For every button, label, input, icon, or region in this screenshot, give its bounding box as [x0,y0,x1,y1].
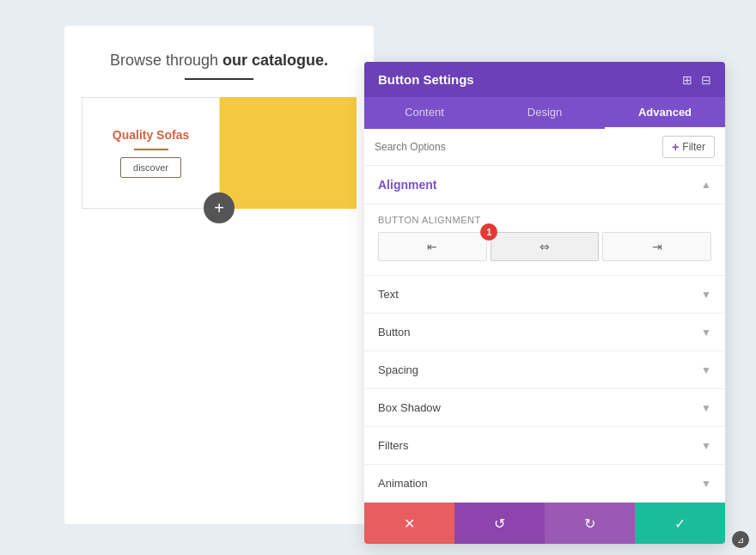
panel-footer: ✕ ↺ ↻ ✓ [364,503,725,544]
panel-tabs: Content Design Advanced [364,97,725,129]
canvas-content: Browse through our catalogue. Quality So… [64,26,374,524]
text-chevron-down-icon: ▼ [701,289,711,301]
align-left-option[interactable]: ⇤ [378,232,487,261]
reset-button[interactable]: ↺ [454,503,545,544]
cancel-button[interactable]: ✕ [364,503,454,544]
alignment-content: Button Alignment ⇤ ⇔ ⇥ 1 [364,204,725,276]
redo-button[interactable]: ↻ [545,503,635,544]
search-input[interactable] [375,141,655,153]
quality-sofas-text: Quality Sofas [113,128,189,142]
expand-icon[interactable]: ⊞ [682,73,692,87]
text-label: Text [378,288,399,301]
yellow-section: Quality Sofas discover + [82,97,357,209]
box-shadow-label: Box Shadow [378,401,441,414]
filter-plus-icon: + [672,140,679,154]
drag-handle[interactable]: ⊿ [732,531,749,548]
redo-icon: ↻ [584,515,595,532]
button-chevron-down-icon: ▼ [701,326,711,338]
box-shadow-section-row[interactable]: Box Shadow ▼ [364,389,725,427]
discover-button[interactable]: discover [120,157,181,178]
align-center-option[interactable]: ⇔ [491,232,600,261]
panel-body: Alignment ▲ Button Alignment ⇤ ⇔ ⇥ 1 Tex… [364,166,725,503]
save-button[interactable]: ✓ [635,503,725,544]
tab-design[interactable]: Design [485,97,605,129]
filters-chevron-down-icon: ▼ [701,440,711,452]
box-shadow-chevron-down-icon: ▼ [701,402,711,414]
button-section-row[interactable]: Button ▼ [364,314,725,351]
alignment-options: ⇤ ⇔ ⇥ 1 [378,232,711,261]
alignment-chevron-up-icon: ▲ [701,179,711,191]
alignment-section-header[interactable]: Alignment ▲ [364,166,725,204]
spacing-section-row[interactable]: Spacing ▼ [364,351,725,389]
animation-label: Animation [378,477,428,490]
animation-chevron-down-icon: ▼ [701,478,711,490]
button-settings-panel: Button Settings ⊞ ⊟ Content Design Advan… [364,62,725,544]
add-circle-button[interactable]: + [204,192,235,223]
panel-title: Button Settings [378,72,474,87]
panel-header-icons: ⊞ ⊟ [682,73,711,87]
button-label: Button [378,326,411,338]
alignment-label: Button Alignment [378,215,711,225]
alignment-title: Alignment [378,178,436,192]
save-icon: ✓ [674,515,686,532]
align-right-option[interactable]: ⇥ [602,232,711,261]
spacing-chevron-down-icon: ▼ [701,364,711,376]
split-icon[interactable]: ⊟ [701,73,711,87]
spacing-label: Spacing [378,363,418,376]
white-card: Quality Sofas discover + [82,97,220,209]
filter-button[interactable]: + Filter [662,136,715,158]
filters-label: Filters [378,439,408,452]
tab-content[interactable]: Content [364,97,485,129]
animation-section-row[interactable]: Animation ▼ [364,465,725,503]
panel-header: Button Settings ⊞ ⊟ [364,62,725,97]
search-bar: + Filter [364,129,725,166]
text-section-row[interactable]: Text ▼ [364,276,725,314]
yellow-card [220,97,357,209]
underline-decoration [185,78,253,80]
browse-text: Browse through our catalogue. [82,52,357,70]
filters-section-row[interactable]: Filters ▼ [364,427,725,465]
tab-advanced[interactable]: Advanced [605,97,725,129]
reset-icon: ↺ [494,515,505,532]
red-underline [134,149,168,150]
cancel-icon: ✕ [404,515,415,532]
